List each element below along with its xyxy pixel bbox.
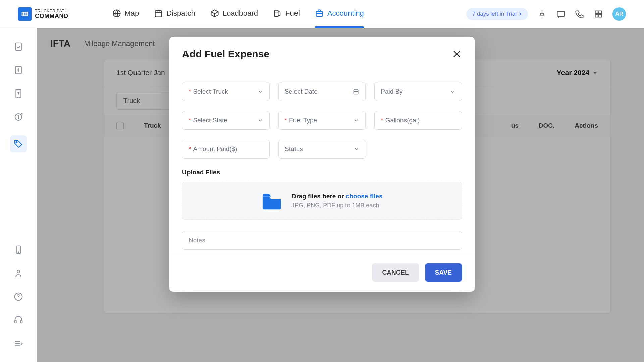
driver-icon[interactable]	[13, 268, 23, 278]
file-hint: JPG, PNG, PDF up to 1MB each	[291, 202, 382, 209]
top-nav: TRUCKER PATH COMMAND Map Dispatch Loadbo…	[0, 0, 644, 28]
brand-line2: COMMAND	[35, 13, 68, 19]
report-icon[interactable]	[13, 42, 23, 52]
chevron-down-icon	[353, 117, 359, 123]
svg-rect-18	[14, 320, 16, 323]
upload-label: Upload Files	[182, 169, 462, 176]
svg-point-15	[18, 252, 19, 253]
chevron-down-icon	[449, 88, 455, 95]
chevron-down-icon	[257, 117, 263, 123]
nav-dispatch[interactable]: Dispatch	[154, 9, 195, 19]
gallons-field[interactable]: *Gallons(gal)	[374, 111, 462, 130]
choose-files-link[interactable]: choose files	[346, 193, 383, 200]
topnav-right: 7 days left in Trial AR	[466, 7, 626, 21]
nav-fuel-label: Fuel	[285, 9, 300, 18]
nav-map-label: Map	[125, 9, 139, 18]
cancel-button[interactable]: CANCEL	[372, 263, 419, 282]
select-truck-label: Select Truck	[193, 88, 228, 95]
nav-loadboard-label: Loadboard	[223, 9, 258, 18]
svg-rect-6	[595, 11, 598, 13]
modal-body: *Select Truck Select Date Paid By *Selec…	[169, 70, 475, 253]
avatar[interactable]: AR	[612, 7, 626, 21]
nav-accounting[interactable]: Accounting	[315, 9, 364, 19]
calendar-icon	[154, 9, 163, 18]
nav-loadboard[interactable]: Loadboard	[210, 9, 258, 19]
headset-icon[interactable]	[13, 315, 23, 325]
svg-rect-19	[20, 320, 22, 323]
notes-placeholder: Notes	[189, 237, 205, 244]
modal-title: Add Fuel Expense	[182, 48, 269, 60]
chevron-down-icon	[257, 88, 263, 95]
logo[interactable]: TRUCKER PATH COMMAND	[18, 7, 68, 21]
folder-icon	[261, 192, 282, 210]
invoice-icon[interactable]	[13, 65, 23, 75]
globe-icon	[112, 9, 121, 18]
modal-header: Add Fuel Expense	[169, 37, 475, 70]
briefcase-icon	[315, 9, 324, 18]
expand-icon[interactable]	[13, 339, 23, 349]
sidebar-bottom	[13, 245, 23, 362]
drag-text: Drag files here or	[291, 193, 346, 200]
phone-icon[interactable]	[575, 9, 584, 19]
help-icon[interactable]	[13, 292, 23, 302]
nav-items: Map Dispatch Loadboard Fuel Accounting	[112, 9, 364, 19]
chat-icon[interactable]	[556, 9, 566, 19]
payout-icon[interactable]	[13, 112, 23, 122]
select-state-label: Select State	[193, 117, 227, 124]
svg-rect-8	[595, 14, 598, 17]
svg-rect-3	[275, 10, 278, 16]
select-truck-field[interactable]: *Select Truck	[182, 82, 270, 101]
fuel-pump-icon	[273, 9, 282, 18]
select-date-field[interactable]: Select Date	[278, 82, 366, 101]
status-label: Status	[285, 145, 303, 153]
svg-point-16	[17, 270, 20, 273]
svg-rect-10	[15, 43, 21, 51]
amount-paid-field[interactable]: *Amount Paid($)	[182, 140, 270, 159]
logo-text: TRUCKER PATH COMMAND	[35, 9, 68, 19]
svg-rect-2	[155, 10, 162, 17]
svg-point-13	[16, 142, 17, 143]
sidebar	[0, 28, 37, 362]
avatar-initials: AR	[615, 11, 623, 17]
svg-rect-9	[599, 14, 601, 17]
gallons-label: Gallons(gal)	[385, 117, 420, 124]
pin-icon[interactable]	[537, 9, 547, 19]
receipt-icon[interactable]	[13, 88, 23, 99]
notes-field[interactable]: Notes	[182, 231, 462, 250]
nav-fuel[interactable]: Fuel	[273, 9, 300, 19]
select-date-label: Select Date	[285, 88, 318, 95]
svg-rect-7	[599, 11, 601, 13]
caret-right-icon	[519, 12, 522, 16]
grid-icon[interactable]	[594, 9, 603, 19]
select-state-field[interactable]: *Select State	[182, 111, 270, 130]
logo-mark-icon	[18, 7, 32, 21]
nav-accounting-label: Accounting	[327, 9, 364, 18]
upload-dropzone[interactable]: Drag files here or choose files JPG, PNG…	[182, 182, 462, 220]
add-fuel-expense-modal: Add Fuel Expense *Select Truck Select Da…	[169, 37, 475, 292]
modal-footer: CANCEL SAVE	[169, 253, 475, 292]
calendar-icon	[353, 88, 359, 95]
fuel-type-field[interactable]: *Fuel Type	[278, 111, 366, 130]
status-field[interactable]: Status	[278, 140, 366, 159]
tag-icon[interactable]	[10, 135, 27, 152]
box-icon	[210, 9, 219, 18]
amount-paid-label: Amount Paid($)	[193, 145, 237, 153]
save-button[interactable]: SAVE	[425, 263, 462, 282]
close-icon[interactable]	[452, 49, 462, 59]
dropzone-text: Drag files here or choose files JPG, PNG…	[291, 193, 382, 209]
nav-map[interactable]: Map	[112, 9, 139, 19]
nav-dispatch-label: Dispatch	[166, 9, 195, 18]
paid-by-field[interactable]: Paid By	[374, 82, 462, 101]
chevron-down-icon	[354, 146, 360, 152]
fuel-type-label: Fuel Type	[289, 117, 317, 124]
trial-text: 7 days left in Trial	[472, 11, 517, 17]
mobile-icon[interactable]	[13, 245, 23, 255]
brand-line1: TRUCKER PATH	[35, 9, 68, 13]
trial-pill[interactable]: 7 days left in Trial	[466, 8, 528, 20]
paid-by-label: Paid By	[381, 88, 402, 95]
svg-rect-20	[354, 90, 358, 94]
